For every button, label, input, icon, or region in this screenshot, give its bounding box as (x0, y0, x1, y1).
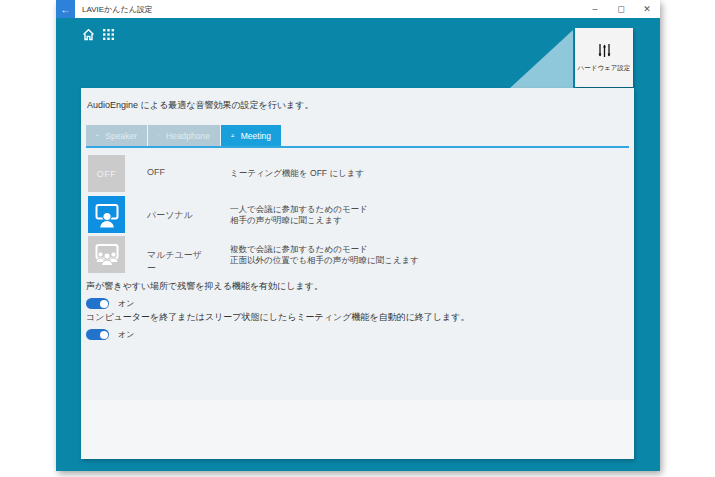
panel-footer (81, 400, 634, 459)
mode-multiuser-tile[interactable] (88, 236, 125, 273)
tab-headphone-label: Headphone (166, 131, 210, 141)
speaker-muted-icon (96, 130, 99, 141)
mode-personal-label: パーソナル (147, 196, 207, 222)
reverb-suppression-state: オン (118, 298, 134, 309)
mode-row-off: OFF OFF ミーティング機能を OFF にします (88, 155, 364, 192)
mode-multiuser-label: マルチユーザー (147, 236, 207, 275)
toggle-knob (100, 331, 108, 339)
sliders-icon (596, 42, 613, 59)
hardware-settings-button[interactable]: ハードウェア設定 (575, 28, 633, 87)
tab-speaker-label: Speaker (105, 131, 137, 141)
window-title: LAVIEかんたん設定 (82, 4, 582, 15)
minimize-button[interactable]: – (582, 0, 608, 18)
toggle-knob (100, 300, 108, 308)
hardware-settings-label: ハードウェア設定 (578, 64, 631, 73)
person-at-monitor-icon (94, 202, 120, 228)
mode-row-personal: パーソナル 一人で会議に参加するためのモード 相手の声が明瞭に聞こえます (88, 196, 368, 233)
auto-end-meeting-toggle[interactable] (86, 329, 109, 340)
panel-heading: AudioEngine による最適な音響効果の設定を行います。 (87, 99, 313, 112)
mode-personal-tile[interactable] (88, 196, 125, 233)
title-bar: ← LAVIEかんたん設定 – ◻ ✕ (56, 0, 660, 18)
auto-end-meeting-section: コンピューターを終了またはスリープ状態にしたらミーティング機能を自動的に終了しま… (86, 311, 469, 340)
tab-underline (86, 146, 629, 148)
back-arrow-icon: ← (61, 4, 71, 15)
reverb-suppression-section: 声が響きやすい場所で残響を抑える機能を有効にします。 オン (86, 280, 323, 309)
window-controls: – ◻ ✕ (582, 0, 660, 18)
apps-grid-icon[interactable] (102, 28, 115, 41)
maximize-button[interactable]: ◻ (608, 0, 634, 18)
headphone-icon (158, 130, 160, 141)
reverb-suppression-toggle[interactable] (86, 298, 109, 309)
back-button[interactable]: ← (56, 0, 75, 18)
tab-meeting-label: Meeting (241, 131, 271, 141)
mode-row-multiuser: マルチユーザー 複数で会議に参加するためのモード 正面以外の位置でも相手の声が明… (88, 236, 419, 275)
tab-meeting[interactable]: Meeting (221, 125, 281, 146)
close-button[interactable]: ✕ (634, 0, 660, 18)
settings-panel: AudioEngine による最適な音響効果の設定を行います。 Speaker (81, 88, 634, 459)
mode-off-description: ミーティング機能を OFF にします (230, 155, 364, 179)
tab-speaker[interactable]: Speaker (86, 125, 147, 146)
reverb-suppression-text: 声が響きやすい場所で残響を抑える機能を有効にします。 (86, 280, 323, 293)
home-icon[interactable] (82, 28, 95, 41)
tab-headphone[interactable]: Headphone (148, 125, 220, 146)
mode-multiuser-description: 複数で会議に参加するためのモード 正面以外の位置でも相手の声が明瞭に聞こえます (230, 236, 419, 266)
mode-off-tile[interactable]: OFF (88, 155, 125, 192)
app-window: ← LAVIEかんたん設定 – ◻ ✕ (56, 0, 660, 471)
auto-end-meeting-text: コンピューターを終了またはスリープ状態にしたらミーティング機能を自動的に終了しま… (86, 311, 469, 324)
mode-personal-description: 一人で会議に参加するためのモード 相手の声が明瞭に聞こえます (230, 196, 368, 226)
tab-bar: Speaker Headphone (86, 125, 281, 146)
auto-end-meeting-state: オン (118, 329, 134, 340)
group-at-monitor-icon (94, 242, 120, 268)
desktop-background: ← LAVIEかんたん設定 – ◻ ✕ (0, 0, 715, 477)
mode-off-label: OFF (147, 155, 207, 177)
people-icon (231, 130, 235, 141)
off-tile-label: OFF (97, 169, 117, 179)
decorative-triangle (510, 30, 573, 88)
header-nav (82, 28, 115, 41)
